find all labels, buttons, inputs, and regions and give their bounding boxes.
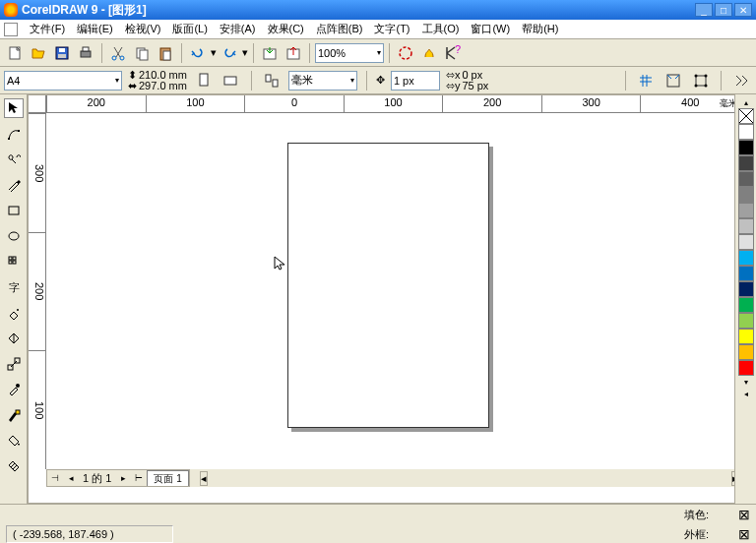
first-page-button[interactable]: ⊣ <box>47 471 63 485</box>
page-rect <box>287 143 489 428</box>
canvas[interactable] <box>46 113 739 469</box>
export-button[interactable] <box>283 42 304 64</box>
dup-x-value[interactable]: 0 px <box>462 70 482 81</box>
color-swatch[interactable] <box>738 297 754 313</box>
paper-height[interactable]: 297.0 mm <box>139 81 187 91</box>
zoom-tool[interactable] <box>4 150 24 169</box>
snap-grid-button[interactable] <box>635 70 657 91</box>
property-bar: A4▾ ⬍210.0 mm ⬌297.0 mm 毫米▾ ✥ 1 px ⬄x0 p… <box>0 67 756 94</box>
vertical-ruler[interactable]: 300 200 100 <box>29 113 46 469</box>
units-combo[interactable]: 毫米▾ <box>288 71 357 90</box>
options-button[interactable] <box>730 70 752 91</box>
paste-button[interactable] <box>155 42 176 64</box>
zoom-combo[interactable]: 100%▾ <box>315 43 384 63</box>
snap-guides-button[interactable] <box>662 70 684 91</box>
portrait-button[interactable] <box>193 70 215 91</box>
interactive-transparency-tool[interactable] <box>4 329 24 348</box>
color-swatch[interactable] <box>738 313 754 329</box>
menu-effects[interactable]: 效果(C) <box>264 20 308 38</box>
menu-layout[interactable]: 版面(L) <box>168 20 211 38</box>
pick-tool[interactable] <box>4 98 24 118</box>
save-button[interactable] <box>51 42 73 64</box>
paper-width[interactable]: 210.0 mm <box>139 70 187 81</box>
ellipse-tool[interactable] <box>4 226 24 246</box>
minimize-button[interactable]: _ <box>695 3 713 17</box>
color-swatch[interactable] <box>738 203 754 218</box>
interactive-mesh-tool[interactable] <box>4 456 24 476</box>
landscape-button[interactable] <box>220 70 242 91</box>
color-swatch[interactable] <box>738 234 754 250</box>
color-swatch[interactable] <box>738 187 754 203</box>
dup-y-value[interactable]: 75 px <box>462 81 488 91</box>
palette-flyout-button[interactable]: ◂ <box>738 388 754 399</box>
no-color-swatch[interactable] <box>738 108 754 124</box>
next-page-button[interactable]: ▸ <box>115 471 131 485</box>
svg-rect-26 <box>8 138 10 140</box>
interactive-fill-tool[interactable] <box>4 303 24 323</box>
color-swatch[interactable] <box>738 360 754 376</box>
color-swatch[interactable] <box>738 124 754 140</box>
redo-dropdown[interactable]: ▾ <box>242 46 248 59</box>
palette-down-button[interactable]: ▾ <box>738 376 754 388</box>
redo-button[interactable] <box>219 42 240 64</box>
menu-tools[interactable]: 工具(O) <box>418 20 464 38</box>
rectangle-tool[interactable] <box>4 201 24 220</box>
menu-window[interactable]: 窗口(W) <box>467 20 514 38</box>
open-button[interactable] <box>28 42 49 64</box>
color-swatch[interactable] <box>738 329 754 344</box>
height-icon: ⬌ <box>128 81 137 91</box>
color-swatch[interactable] <box>738 344 754 360</box>
scroll-left-button[interactable]: ◂ <box>200 471 208 486</box>
color-swatch[interactable] <box>738 250 754 266</box>
text-tool[interactable]: 字 <box>4 277 24 297</box>
corel-community-button[interactable] <box>395 42 416 64</box>
print-button[interactable] <box>75 42 96 64</box>
no-outline-icon: ⊠ <box>738 526 750 542</box>
fill-tool[interactable] <box>4 431 24 451</box>
outline-tool[interactable] <box>4 405 24 425</box>
menu-view[interactable]: 检视(V) <box>121 20 165 38</box>
scripts-button[interactable] <box>418 42 440 64</box>
color-swatch[interactable] <box>738 281 754 297</box>
import-button[interactable] <box>259 42 281 64</box>
svg-rect-3 <box>58 54 66 58</box>
color-swatch[interactable] <box>738 155 754 171</box>
menu-bitmaps[interactable]: 点阵图(B) <box>312 20 367 38</box>
units-value: 毫米 <box>291 73 313 88</box>
freehand-tool[interactable] <box>4 175 24 195</box>
polygon-tool[interactable] <box>4 252 24 272</box>
menu-edit[interactable]: 编辑(E) <box>73 20 117 38</box>
svg-rect-39 <box>16 410 20 414</box>
paper-size-combo[interactable]: A4▾ <box>4 71 122 90</box>
menu-text[interactable]: 文字(T) <box>370 20 413 38</box>
palette-up-button[interactable]: ▴ <box>738 96 754 108</box>
svg-rect-19 <box>273 80 278 87</box>
page-tab[interactable]: 页面 1 <box>147 470 188 486</box>
svg-rect-2 <box>59 48 65 52</box>
maximize-button[interactable]: □ <box>715 3 732 17</box>
menu-help[interactable]: 帮助(H) <box>518 20 562 38</box>
undo-button[interactable] <box>187 42 209 64</box>
color-swatch[interactable] <box>738 218 754 234</box>
set-page-button[interactable] <box>261 70 283 91</box>
color-swatch[interactable] <box>738 266 754 281</box>
cut-button[interactable] <box>107 42 129 64</box>
new-button[interactable] <box>4 42 26 64</box>
mdi-child-icon[interactable] <box>4 23 18 36</box>
color-swatch[interactable] <box>738 140 754 155</box>
eyedropper-tool[interactable] <box>4 380 24 399</box>
interactive-blend-tool[interactable] <box>4 354 24 374</box>
help-button[interactable]: ? <box>442 42 464 64</box>
menu-arrange[interactable]: 安排(A) <box>216 20 260 38</box>
prev-page-button[interactable]: ◂ <box>63 471 79 485</box>
undo-dropdown[interactable]: ▾ <box>211 46 217 59</box>
nudge-input[interactable]: 1 px <box>391 71 440 90</box>
horizontal-ruler[interactable]: 200 100 0 100 200 300 400 毫米 <box>29 95 739 113</box>
menu-file[interactable]: 文件(F) <box>26 20 69 38</box>
close-button[interactable]: ✕ <box>734 3 752 17</box>
shape-tool[interactable] <box>4 124 24 144</box>
snap-objects-button[interactable] <box>690 70 712 91</box>
color-swatch[interactable] <box>738 171 754 187</box>
last-page-button[interactable]: ⊢ <box>131 471 147 485</box>
copy-button[interactable] <box>131 42 153 64</box>
